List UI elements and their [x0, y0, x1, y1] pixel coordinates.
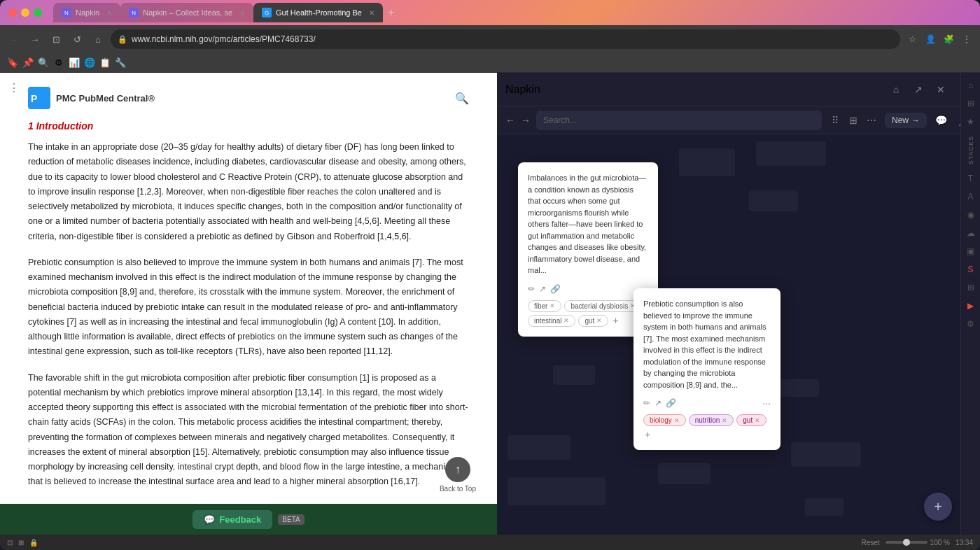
minimize-button[interactable]	[21, 8, 29, 17]
napkin-list-view-icon[interactable]: ⊞	[846, 113, 861, 128]
sidebar-box-icon[interactable]: ▣	[964, 244, 978, 258]
napkin-new-label: New	[892, 115, 909, 125]
tab-napkin-collect[interactable]: N Napkin – Collect Ideas, se ✕	[120, 3, 253, 22]
note-card-2-text: Prebiotic consumption is also believed t…	[643, 298, 771, 390]
home-button[interactable]: ⌂	[90, 31, 106, 48]
tab-napkin-collect-close[interactable]: ✕	[239, 9, 245, 17]
reload-button[interactable]: ↺	[69, 31, 85, 48]
url-text: www.ncbi.nlm.nih.gov/pmc/articles/PMC746…	[132, 34, 316, 44]
ext-5[interactable]: 📊	[67, 56, 81, 70]
profile-icon[interactable]: 👤	[923, 31, 938, 47]
bookmark-icon[interactable]: ☆	[904, 31, 920, 47]
ext-1[interactable]: 🔖	[6, 56, 20, 70]
extensions-icon[interactable]: 🧩	[941, 31, 956, 47]
note-2-link-icon[interactable]: 🔗	[666, 398, 676, 408]
ext-6[interactable]: 🌐	[83, 56, 97, 70]
tag-biology-close[interactable]: ✕	[674, 417, 680, 424]
sidebar-s-icon[interactable]: S	[964, 262, 978, 276]
tab-pmc[interactable]: G Gut Health-Promoting Be ✕	[253, 3, 383, 22]
napkin-forward-icon[interactable]: →	[521, 115, 531, 126]
note-card-1-actions: ✏ ↗ 🔗 ···	[528, 283, 648, 295]
bg-block-3	[749, 190, 798, 211]
tag-bacterial-dysbiosis[interactable]: bacterial dysbiosis ✕	[564, 300, 642, 312]
tag-gut-1-label: gut	[584, 317, 594, 325]
tag-nutrition[interactable]: nutrition ✕	[689, 414, 734, 426]
grid-button[interactable]: ⊡	[48, 31, 64, 48]
note-1-link-icon[interactable]: 🔗	[550, 284, 561, 294]
napkin-arrow-icon[interactable]: ↗	[910, 81, 927, 98]
napkin-new-button[interactable]: New →	[885, 113, 927, 128]
article-pane[interactable]: ⋮ P PMC PubMed Central® 🔍 1 Introduction…	[0, 73, 497, 535]
sidebar-youtube-icon[interactable]: ▶	[964, 299, 978, 313]
sidebar-text-icon[interactable]: T	[964, 171, 978, 185]
tag-intestinal-close[interactable]: ✕	[564, 317, 569, 324]
note-2-share-icon[interactable]: ↗	[654, 398, 662, 408]
zoom-slider[interactable]	[886, 541, 927, 544]
zoom-control[interactable]: 100 %	[886, 539, 950, 547]
napkin-home-icon[interactable]: ⌂	[888, 81, 904, 98]
sidebar-stacks-label[interactable]: STACKS	[967, 136, 974, 164]
url-bar[interactable]: 🔒 www.ncbi.nlm.nih.gov/pmc/articles/PMC7…	[111, 29, 900, 49]
napkin-chat-icon[interactable]: 💬	[932, 112, 949, 129]
note-1-pencil-icon[interactable]: ✏	[528, 284, 535, 294]
tag-fiber[interactable]: fiber ✕	[528, 300, 561, 312]
napkin-back-icon[interactable]: ←	[505, 115, 515, 126]
tag-nutrition-close[interactable]: ✕	[722, 417, 727, 424]
tag-gut-2-close[interactable]: ✕	[755, 417, 760, 424]
sidebar-grid-icon[interactable]: ⊞	[964, 97, 978, 111]
back-to-top-button[interactable]: ↑ Back to Top	[440, 457, 476, 493]
napkin-search-bar[interactable]: Search...	[536, 111, 822, 130]
napkin-canvas[interactable]: Imbalances in the gut microbiota—a condi…	[497, 134, 980, 535]
note-1-share-icon[interactable]: ↗	[539, 284, 546, 294]
add-fab-button[interactable]: +	[924, 493, 952, 521]
beta-badge: BETA	[278, 514, 304, 525]
sidebar-home-icon[interactable]: ⌂	[964, 78, 978, 92]
tab-napkin-close[interactable]: ✕	[106, 9, 112, 17]
ext-3[interactable]: 🔍	[36, 56, 50, 70]
new-tab-button[interactable]: +	[383, 4, 400, 21]
close-button[interactable]	[8, 8, 17, 17]
feedback-button[interactable]: 💬 Feedback	[192, 510, 272, 529]
ext-7[interactable]: 📋	[98, 56, 112, 70]
forward-button[interactable]: →	[27, 31, 43, 48]
napkin-toolbar: ← → Search... ⠿ ⊞ ⋯ New → 💬 👤	[497, 106, 980, 134]
note-card-2[interactable]: Prebiotic consumption is also believed t…	[634, 288, 780, 450]
back-button[interactable]: ←	[6, 31, 22, 48]
napkin-grid-view-icon[interactable]: ⠿	[827, 113, 843, 128]
tab-napkin-collect-label: Napkin – Collect Ideas, se	[143, 8, 232, 17]
tag-add-2-icon[interactable]: +	[645, 429, 650, 440]
sidebar-link2-icon[interactable]: ⊞	[964, 281, 978, 295]
tag-gut-2[interactable]: gut ✕	[736, 414, 766, 426]
zoom-level: 100 %	[930, 539, 950, 547]
napkin-view-buttons: ⠿ ⊞ ⋯	[827, 113, 879, 128]
article-paragraph-3: The favorable shift in the gut microbiot…	[28, 371, 469, 490]
tab-napkin[interactable]: N Napkin ✕	[53, 3, 120, 22]
sidebar-circle-icon[interactable]: ◉	[964, 208, 978, 222]
tag-gut-1[interactable]: gut ✕	[578, 315, 608, 327]
tag-fiber-close[interactable]: ✕	[550, 302, 555, 309]
status-bar: ⊡ ⊞ 🔒 Reset 100 % 13:34	[0, 535, 980, 550]
tag-gut-1-close[interactable]: ✕	[596, 317, 602, 324]
tag-biology[interactable]: biology ✕	[643, 414, 686, 426]
note-2-pencil-icon[interactable]: ✏	[643, 398, 650, 408]
ext-4[interactable]: ⚙	[52, 56, 66, 70]
sidebar-cloud-icon[interactable]: ☁	[964, 226, 978, 240]
ext-2[interactable]: 📌	[21, 56, 35, 70]
napkin-close-icon[interactable]: ✕	[932, 81, 949, 98]
tab-pmc-close[interactable]: ✕	[369, 9, 374, 17]
note-2-more-icon[interactable]: ···	[762, 397, 771, 409]
pmc-search-icon[interactable]: 🔍	[455, 92, 469, 105]
maximize-button[interactable]	[34, 8, 42, 17]
menu-icon[interactable]: ⋮	[959, 31, 974, 47]
tag-intestinal[interactable]: intestinal ✕	[528, 315, 575, 327]
tag-add-1-icon[interactable]: +	[612, 315, 618, 327]
ext-8[interactable]: 🔧	[113, 56, 127, 70]
sidebar-star-icon[interactable]: ★	[964, 115, 978, 129]
sidebar-a-icon[interactable]: A	[964, 190, 978, 204]
reset-label[interactable]: Reset	[861, 539, 879, 547]
sidebar-settings-icon[interactable]: ⚙	[964, 317, 978, 331]
note-card-1-tags: fiber ✕ bacterial dysbiosis ✕ intestinal…	[528, 300, 648, 327]
napkin-options-icon[interactable]: ⋯	[864, 113, 879, 128]
nav-right: ☆ 👤 🧩 ⋮	[904, 31, 974, 47]
article-menu-button[interactable]: ⋮	[8, 81, 20, 94]
